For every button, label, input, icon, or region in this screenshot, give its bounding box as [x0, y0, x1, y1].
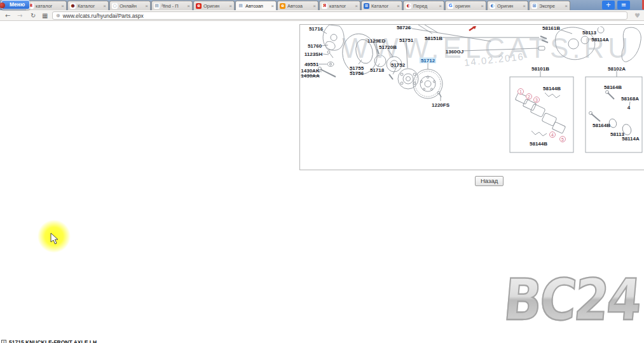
- browser-tab[interactable]: ●Каталог×: [67, 1, 109, 10]
- address-bar[interactable]: ⊕ www.elcats.ru/hyundai/Parts.aspx: [52, 11, 627, 20]
- browser-tab[interactable]: ▤Автозап×: [235, 1, 277, 10]
- diagram-part-label-58151B[interactable]: 58151B: [425, 36, 442, 41]
- diagram-part-label-51760[interactable]: 51760: [308, 43, 322, 49]
- tab-label: Оригин: [203, 3, 228, 9]
- tab-close-icon[interactable]: ×: [229, 3, 232, 9]
- diagram-part-label-1430AA[interactable]: 1430AA: [301, 73, 319, 79]
- diagram-part-label-58114A[interactable]: 58114A: [622, 136, 640, 142]
- record-dot-icon: [0, 3, 5, 8]
- tab-label: Оригин: [497, 3, 521, 9]
- page-favicon: ▤: [238, 3, 243, 9]
- diagram-part-label-1220FS[interactable]: 1220FS: [432, 102, 449, 108]
- forward-icon[interactable]: →: [17, 11, 22, 20]
- back-icon[interactable]: ←: [5, 11, 10, 20]
- tab-close-icon[interactable]: ×: [565, 3, 568, 9]
- tab-close-icon[interactable]: ×: [523, 3, 526, 9]
- opera-favicon: e: [196, 3, 202, 9]
- tab-close-icon[interactable]: ×: [439, 3, 442, 9]
- diagram-part-label-58164B[interactable]: 58164B: [604, 84, 622, 90]
- diagram-part-label-58144B[interactable]: 58144B: [530, 141, 547, 147]
- diagram-part-label-58102A[interactable]: 58102A: [608, 66, 626, 72]
- browser-tab[interactable]: eОригин×: [193, 1, 235, 10]
- tab-close-icon[interactable]: ×: [397, 3, 400, 9]
- tab-label: Каталог: [78, 3, 102, 9]
- grid-favicon: ⊞: [531, 3, 537, 9]
- tab-label: каталог: [36, 3, 60, 9]
- diagram-part-label-58144B[interactable]: 58144B: [543, 86, 561, 91]
- tab-close-icon[interactable]: ×: [61, 3, 64, 9]
- menu-button[interactable]: Меню: [1, 0, 30, 10]
- callout-number-2: 2: [526, 93, 532, 100]
- tab-close-icon[interactable]: ×: [271, 3, 274, 9]
- expand-plus-icon[interactable]: +: [1, 340, 6, 343]
- site-info-icon[interactable]: ⊕: [56, 13, 60, 18]
- browser-tab[interactable]: Gоригин×: [445, 1, 486, 10]
- tab-close-icon[interactable]: ×: [313, 3, 316, 9]
- diagram-part-label-51716[interactable]: 51716: [309, 26, 323, 32]
- diagram-part-label-1123SH[interactable]: 1123SH: [305, 51, 322, 57]
- browser-tab[interactable]: ◐Перед×: [403, 1, 444, 10]
- tab-label: ²find - П: [161, 3, 186, 9]
- browser-tab[interactable]: ⊞Экспре×: [529, 1, 570, 10]
- e-browser-favicon: e: [280, 3, 285, 9]
- diagram-part-label-58164B[interactable]: 58164B: [593, 123, 610, 128]
- browser-tab[interactable]: ≡Каталог×: [361, 1, 402, 10]
- next-part-group-link[interactable]: + 51715 KNUCKLE-FRONT AXLE,LH: [1, 339, 97, 343]
- back-button[interactable]: Назад: [475, 176, 504, 186]
- diagram-part-label-58168A[interactable]: 58168A: [621, 96, 639, 102]
- parts-diagram-panel: WWW.ELCATS.RU 14.02.2016: [299, 24, 644, 170]
- browser-toolbar: ← → ↻ ▦ ⊕ www.elcats.ru/hyundai/Parts.as…: [0, 10, 644, 21]
- callout-number-5: 5: [559, 136, 566, 142]
- google-favicon: G: [448, 3, 453, 9]
- favorite-heart-icon[interactable]: ♥: [634, 12, 640, 19]
- tab-close-icon[interactable]: ×: [481, 3, 484, 9]
- tab-strip: Меню Якаталог×●Каталог×○Онлайн×▤²find - …: [0, 0, 644, 10]
- diagram-part-label-58113[interactable]: 58113: [582, 30, 596, 36]
- tab-close-icon[interactable]: ×: [187, 3, 190, 9]
- apps-grid-icon[interactable]: ▦: [42, 11, 48, 20]
- diagram-part-label-1360GJ[interactable]: 1360GJ: [446, 49, 463, 55]
- callout-number-1: 1: [517, 88, 524, 95]
- list-favicon: ≡: [364, 3, 369, 9]
- diagram-part-label-58726[interactable]: 58726: [397, 25, 411, 30]
- wheel-favicon: ●: [70, 3, 76, 9]
- menu-button-label: Меню: [10, 1, 25, 8]
- browser-tab[interactable]: ◐Оригин×: [487, 1, 528, 10]
- tab-label: Автозап: [245, 3, 270, 9]
- url-text[interactable]: www.elcats.ru/hyundai/Parts.aspx: [63, 13, 144, 19]
- diagram-part-label-51720B[interactable]: 51720B: [379, 44, 397, 50]
- browser-window: { "browser": { "menu_button_label": "Мен…: [0, 0, 644, 343]
- reload-icon[interactable]: ↻: [31, 11, 36, 20]
- diagram-part-label-51718[interactable]: 51718: [370, 67, 384, 73]
- diagram-part-label-51752[interactable]: 51752: [391, 62, 405, 68]
- tab-close-icon[interactable]: ×: [103, 3, 106, 9]
- tab-label: каталог: [329, 3, 353, 9]
- browser-tab[interactable]: Якаталог×: [25, 1, 67, 10]
- diagram-part-label-51712[interactable]: 51712: [420, 58, 436, 64]
- tab-close-icon[interactable]: ×: [145, 3, 148, 9]
- mouse-cursor: [50, 232, 58, 245]
- parts-table-container: [11, 21, 274, 339]
- diagram-part-label-4[interactable]: 4: [627, 105, 630, 111]
- diagram-part-label-1129ED[interactable]: 1129ED: [367, 38, 385, 44]
- red-arrow-annotation: [469, 26, 476, 30]
- tab-label: Каталог: [371, 3, 395, 9]
- browser-tab[interactable]: ▤²find - П×: [151, 1, 193, 10]
- tab-close-icon[interactable]: ×: [355, 3, 358, 9]
- diagram-part-label-58101B[interactable]: 58101B: [531, 66, 549, 72]
- diagram-part-label-51756[interactable]: 51756: [350, 71, 364, 76]
- tab-label: Автоза: [287, 3, 312, 9]
- diagram-part-label-49551[interactable]: 49551: [305, 62, 319, 67]
- tab-label: Экспре: [539, 3, 563, 9]
- callout-number-4: 4: [549, 131, 556, 138]
- next-part-group-label: 51715 KNUCKLE-FRONT AXLE,LH: [9, 339, 97, 343]
- diagram-part-label-51751[interactable]: 51751: [399, 37, 413, 43]
- browser-tab[interactable]: Якаталог×: [319, 1, 360, 10]
- document-favicon: ▤: [154, 3, 160, 9]
- new-tab-button[interactable]: +: [602, 1, 615, 10]
- diagram-part-label-58161B[interactable]: 58161B: [542, 25, 560, 31]
- tab-menu-button[interactable]: ≡: [617, 1, 630, 10]
- diagram-part-label-58114A[interactable]: 58114A: [591, 37, 609, 43]
- browser-tab[interactable]: eАвтоза×: [277, 1, 319, 10]
- browser-tab[interactable]: ○Онлайн×: [109, 1, 151, 10]
